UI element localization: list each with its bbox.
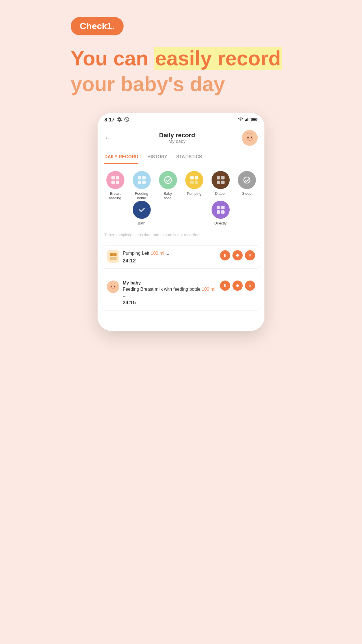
svg-rect-39 — [113, 253, 117, 256]
category-diaper[interactable]: Diaper — [209, 171, 232, 201]
svg-rect-26 — [195, 181, 198, 184]
header-title-block: Daily record My baby — [112, 132, 242, 144]
category-baby-food[interactable]: Babyfood — [157, 171, 179, 201]
svg-point-12 — [247, 136, 249, 138]
svg-rect-3 — [246, 119, 247, 121]
svg-rect-18 — [138, 176, 141, 179]
svg-rect-53 — [225, 284, 226, 287]
avatar — [242, 130, 258, 146]
pumping-controls — [220, 250, 255, 260]
wifi-icon — [238, 117, 244, 123]
svg-rect-28 — [221, 176, 225, 179]
baby-name: My baby — [123, 281, 217, 286]
svg-rect-36 — [217, 210, 220, 214]
phone-mockup: 8:17 ← — [98, 113, 264, 331]
divider-1 — [102, 242, 260, 242]
category-label-baby-food: Babyfood — [164, 191, 172, 201]
svg-rect-8 — [252, 118, 256, 121]
pumping-info: Pumping Left 100 ml ... 24:12 — [123, 250, 217, 264]
category-label-diaper: Diaper — [215, 191, 226, 196]
svg-rect-38 — [110, 253, 113, 256]
svg-rect-30 — [221, 181, 225, 184]
svg-rect-27 — [217, 176, 220, 179]
tab-daily-record[interactable]: DAILY RECORD — [104, 150, 138, 164]
headline-before: You can — [71, 47, 154, 70]
record-baby-left: My baby Feeding Breast milk with feeding… — [107, 281, 217, 306]
back-button[interactable]: ← — [104, 133, 112, 142]
svg-rect-23 — [190, 176, 194, 179]
record-pumping: Pumping Left 100 ml ... 24:12 — [102, 245, 260, 268]
svg-point-47 — [107, 281, 119, 293]
pumping-title: Pumping Left 100 ml ... — [123, 250, 217, 256]
status-time: 8:17 — [104, 117, 115, 123]
pause-button-2[interactable] — [220, 281, 230, 291]
header-title: Daily record — [112, 132, 242, 139]
svg-rect-37 — [221, 210, 225, 214]
category-sleep[interactable]: Sleep — [236, 171, 258, 201]
tab-history[interactable]: HISTORY — [147, 150, 167, 164]
record-baby-feeding: My baby Feeding Breast milk with feeding… — [102, 276, 260, 311]
svg-rect-19 — [142, 176, 146, 179]
category-feeding-bottle[interactable]: Feedingbottle — [130, 171, 153, 201]
dnd-icon — [124, 117, 129, 123]
pause-button-1[interactable] — [220, 250, 230, 260]
svg-rect-17 — [116, 181, 119, 184]
svg-line-1 — [125, 118, 128, 121]
phone-bottom — [98, 314, 264, 331]
svg-rect-24 — [195, 176, 198, 179]
svg-rect-52 — [224, 284, 225, 287]
svg-rect-21 — [142, 181, 146, 184]
baby-icon — [107, 281, 119, 293]
categories-row: Breastfeeding Feedingbottle — [98, 164, 264, 231]
svg-rect-15 — [116, 176, 119, 179]
header-subtitle: My baby — [112, 139, 242, 144]
svg-rect-2 — [245, 119, 246, 121]
category-label-sleep: Sleep — [242, 191, 251, 196]
close-button-2[interactable] — [245, 281, 255, 291]
subheadline-text: your baby's day — [71, 72, 291, 96]
svg-rect-7 — [257, 119, 258, 120]
record-button-2[interactable] — [232, 281, 243, 291]
svg-rect-35 — [221, 206, 225, 209]
svg-rect-20 — [138, 181, 141, 184]
category-bath[interactable]: Bath — [130, 201, 153, 226]
timer-hint: Timer completion less than one minute is… — [98, 230, 264, 242]
category-label-feeding-bottle: Feedingbottle — [135, 191, 148, 201]
category-breastfeeding[interactable]: Breastfeeding — [104, 171, 127, 201]
svg-point-54 — [236, 284, 239, 287]
svg-rect-43 — [225, 254, 226, 257]
baby-feeding-info: My baby Feeding Breast milk with feeding… — [123, 281, 217, 306]
status-bar: 8:17 — [98, 113, 264, 125]
gear-icon — [117, 117, 122, 123]
divider-2 — [102, 272, 260, 272]
category-label-pumping: Pumping — [187, 191, 201, 196]
svg-point-44 — [236, 254, 239, 257]
headline-text: You can easily record — [71, 47, 291, 70]
tabs-bar: DAILY RECORD HISTORY STATISTICS — [98, 150, 264, 164]
category-label-directly: Directly — [214, 221, 227, 226]
svg-rect-42 — [224, 254, 225, 257]
tab-statistics[interactable]: STATISTICS — [176, 150, 202, 164]
svg-rect-25 — [190, 181, 194, 184]
category-pumping[interactable]: Pumping — [183, 171, 206, 201]
record-button-1[interactable] — [232, 250, 243, 260]
svg-rect-34 — [217, 206, 220, 209]
svg-point-51 — [114, 286, 115, 287]
close-button-1[interactable] — [245, 250, 255, 260]
baby-feeding-time: 24:15 — [123, 300, 217, 306]
svg-rect-14 — [111, 176, 115, 179]
battery-icon — [251, 117, 258, 123]
check-badge: Check1. — [71, 17, 124, 35]
headline-highlight: easily record — [154, 47, 282, 70]
baby-feeding-title: Feeding Breast milk with feeding bottle … — [123, 286, 217, 299]
svg-rect-5 — [249, 118, 249, 121]
status-right — [238, 117, 258, 123]
svg-point-9 — [242, 130, 258, 146]
category-label-breastfeeding: Breastfeeding — [109, 191, 121, 201]
baby-feeding-controls — [220, 281, 255, 291]
record-pumping-left: Pumping Left 100 ml ... 24:12 — [107, 250, 217, 264]
svg-point-13 — [251, 136, 252, 138]
pumping-time: 24:12 — [123, 258, 217, 264]
category-directly[interactable]: Directly — [209, 201, 232, 226]
app-header: ← Daily record My baby — [98, 125, 264, 150]
